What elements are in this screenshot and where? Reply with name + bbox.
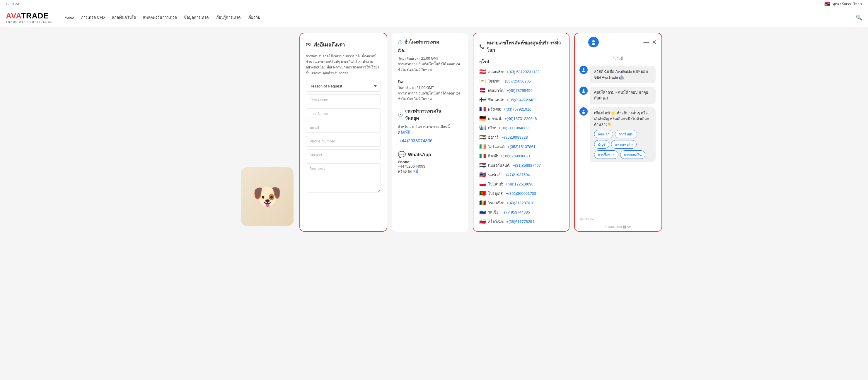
romania-flag: 🇷🇴 bbox=[479, 200, 486, 206]
trading-hours-section: 🕐 ชั่วโมงทำการเทรด เปิด: วันอาทิตย์เวลา … bbox=[398, 39, 462, 102]
russia-flag: 🇷🇺 bbox=[479, 209, 486, 215]
russia-number[interactable]: +(7)4953744885 bbox=[502, 210, 530, 214]
phone-row-netherlands: 🇳🇱 เนเธอร์แลนด์: +(31)858887467 bbox=[479, 162, 563, 169]
nav-crypto[interactable]: สกุลเงินคริปโต bbox=[112, 13, 136, 22]
whatsapp-title: WhatsApp bbox=[408, 152, 431, 158]
trading-hours-header: 🕐 ชั่วโมงทำการเทรด bbox=[398, 39, 462, 46]
logo[interactable]: AVATRADE TRADE WITH CONFIDENCE bbox=[6, 11, 53, 24]
chat-bubble-1: สวัสดี ฉันชื่อ AvaGuide แชทบอทของ AvaTra… bbox=[590, 66, 656, 83]
austria-number[interactable]: +(43) 68120231132 bbox=[506, 70, 539, 74]
chat-message-input[interactable] bbox=[580, 216, 657, 221]
phone-row-poland: 🇵🇱 โปแลนด์: +(48)122518098 bbox=[479, 181, 563, 187]
nav-learn[interactable]: เรียนรู้การเทรด bbox=[216, 13, 241, 22]
ireland-number[interactable]: +(353)15137861 bbox=[507, 144, 535, 149]
whatsapp-section: 💬 WhatsApp bbox=[398, 151, 462, 159]
clock-icon: 🕐 bbox=[398, 40, 403, 44]
top-bar-right: 🇹🇭 พูดคุยกับเรา ไทย ▾ bbox=[824, 1, 862, 7]
portugal-number[interactable]: +(351)300051703 bbox=[506, 191, 536, 196]
minimize-chat-button[interactable]: — bbox=[644, 39, 649, 46]
more-options-icon[interactable]: ⋮ bbox=[580, 39, 585, 45]
nav-platform[interactable]: แพลตฟอร์มการเทรด bbox=[143, 13, 177, 22]
netherlands-number[interactable]: +(31)858887467 bbox=[513, 163, 541, 168]
phone-row-germany: 🇩🇪 เยอรมนี: +(49)15731229548 bbox=[479, 115, 563, 122]
greece-name: กรีซ: bbox=[488, 125, 496, 131]
whatsapp-icon: 💬 bbox=[398, 151, 406, 159]
holiday-link[interactable]: คลิกที่นี่ bbox=[398, 130, 410, 135]
email-icon: ✉ bbox=[306, 41, 311, 48]
phone-panel-title: หมายเลขโทรศัพท์ของศูนย์บริการทั่วโลก bbox=[487, 39, 563, 54]
chat-avatar bbox=[588, 37, 599, 47]
close-chat-button[interactable]: ✕ bbox=[652, 39, 657, 46]
quick-btn-platform[interactable]: แพลตฟอร์ม bbox=[611, 140, 637, 149]
quick-btn-deposit[interactable]: เงินฝาก bbox=[594, 130, 613, 138]
finland-flag: 🇫🇮 bbox=[479, 97, 486, 103]
slovenia-number[interactable]: +(38)617778294 bbox=[506, 219, 534, 224]
nav-trading-info[interactable]: ข้อมูลการเทรด bbox=[184, 13, 209, 22]
phone-row-norway: 🇳🇴 นอร์เวย์: +(47)21937504 bbox=[479, 171, 563, 178]
netherlands-flag: 🇳🇱 bbox=[479, 162, 486, 169]
nav-forex[interactable]: Forex bbox=[64, 14, 74, 21]
chat-messages: ในวันนี้ สวัสดี ฉันชื่อ AvaGuide แชทบอทข… bbox=[575, 51, 661, 213]
portugal-name: โปรตุเกส: bbox=[488, 191, 504, 197]
language-selector[interactable]: ไทย ▾ bbox=[854, 1, 862, 7]
first-name-input[interactable] bbox=[306, 95, 381, 105]
last-name-input[interactable] bbox=[306, 108, 381, 119]
italy-number[interactable]: +(39)0289038621 bbox=[500, 154, 530, 158]
phone-row-italy: 🇮🇹 อิตาลี: +(39)0289038621 bbox=[479, 153, 563, 159]
quick-btn-withdraw[interactable]: การถอนเงิน bbox=[620, 150, 645, 159]
navbar: AVATRADE TRADE WITH CONFIDENCE Forex การ… bbox=[0, 8, 868, 27]
phone-panel-icon: 📞 bbox=[479, 44, 484, 49]
request-textarea[interactable] bbox=[306, 163, 381, 193]
quick-btn-account[interactable]: บัญชี bbox=[594, 140, 609, 149]
holiday-header: 🕐 เวลาทำการเทรดในวันหยุด bbox=[398, 108, 462, 122]
phone-input[interactable] bbox=[306, 136, 381, 146]
talk-to-us-link[interactable]: พูดคุยกับเรา bbox=[833, 1, 851, 7]
email-panel-description: การตอบรับอาจใช้เวลานานกว่าปกติ เนื่องจาก… bbox=[306, 54, 381, 76]
open-label: เปิด: bbox=[398, 47, 462, 54]
denmark-flag: 🇩🇰 bbox=[479, 87, 486, 94]
region-title: ยุโรป bbox=[479, 59, 563, 65]
poland-number[interactable]: +(48)122518098 bbox=[505, 182, 533, 186]
chat-header: ⋮ — ✕ bbox=[575, 33, 661, 51]
chat-message-1-wrapper: สวัสดี ฉันชื่อ AvaGuide แชทบอทของ AvaTra… bbox=[580, 66, 657, 83]
norway-flag: 🇳🇴 bbox=[479, 171, 486, 178]
reason-select[interactable]: Reason of Request bbox=[306, 81, 381, 92]
chat-input-area[interactable] bbox=[575, 213, 661, 224]
main-container: 🐶 ✉ ส่งอีเมลถึงเรา การตอบรับอาจใช้เวลานา… bbox=[229, 27, 639, 238]
phone-row-greece: 🇬🇷 กรีซ: +(30)2111984889 bbox=[479, 125, 563, 131]
subject-input[interactable] bbox=[306, 149, 381, 160]
chat-message-2-wrapper: คุณมีคำถาม - ฉันมีคำตอบ มาคุยกันเถอะ! bbox=[580, 87, 657, 104]
quick-btn-trade[interactable]: การซื้อขาย bbox=[594, 150, 618, 159]
germany-number[interactable]: +(49)15731229548 bbox=[504, 116, 537, 121]
whatsapp-phone-number: +447520644093 bbox=[398, 164, 425, 169]
email-form-panel: ✉ ส่งอีเมลถึงเรา การตอบรับอาจใช้เวลานานก… bbox=[300, 33, 387, 232]
hungary-name: ฮังการี: bbox=[488, 134, 500, 140]
nav-cfd[interactable]: การเทรด CFD bbox=[81, 13, 104, 22]
portugal-flag: 🇵🇹 bbox=[479, 190, 486, 197]
nav-about[interactable]: เกี่ยวกับ bbox=[248, 13, 260, 22]
top-bar: GLOBAL 🇹🇭 พูดคุยกับเรา ไทย ▾ bbox=[0, 0, 868, 8]
finland-number[interactable]: +(35)8942723482 bbox=[506, 98, 536, 102]
cyprus-name: ไซปรัส: bbox=[488, 78, 501, 84]
denmark-number[interactable]: +(45)78755456 bbox=[506, 88, 533, 93]
search-icon[interactable]: 🔍 bbox=[856, 14, 862, 21]
norway-name: นอร์เวย์: bbox=[488, 172, 502, 178]
norway-number[interactable]: +(47)21937504 bbox=[504, 173, 530, 177]
hungary-number[interactable]: +(36)19989828 bbox=[502, 135, 528, 140]
ireland-name: ไอร์แลนด์: bbox=[488, 144, 505, 150]
chat-powered-by: ขับเคลื่อนโดย 🅰 ada bbox=[575, 224, 661, 231]
cyprus-number[interactable]: +(35)725030235 bbox=[503, 79, 531, 83]
whatsapp-link[interactable]: ที่นี่ bbox=[413, 169, 418, 174]
chat-date: ในวันนี้ bbox=[580, 56, 657, 61]
svg-point-4 bbox=[583, 89, 584, 91]
greece-number[interactable]: +(30)2111984889 bbox=[498, 126, 528, 130]
logo-sub: TRADE WITH CONFIDENCE bbox=[6, 21, 53, 24]
svg-point-6 bbox=[583, 110, 584, 111]
phone-row-hungary: 🇭🇺 ฮังการี: +(36)19989828 bbox=[479, 134, 563, 140]
email-input[interactable] bbox=[306, 122, 381, 133]
quick-btn-verify[interactable]: การยืนยัน bbox=[615, 130, 637, 138]
italy-flag: 🇮🇹 bbox=[479, 153, 486, 159]
france-number[interactable]: +(33)757921916 bbox=[503, 107, 531, 111]
romania-number[interactable]: +(40)312297018 bbox=[506, 201, 534, 205]
holiday-clock-icon: 🕐 bbox=[398, 112, 403, 117]
